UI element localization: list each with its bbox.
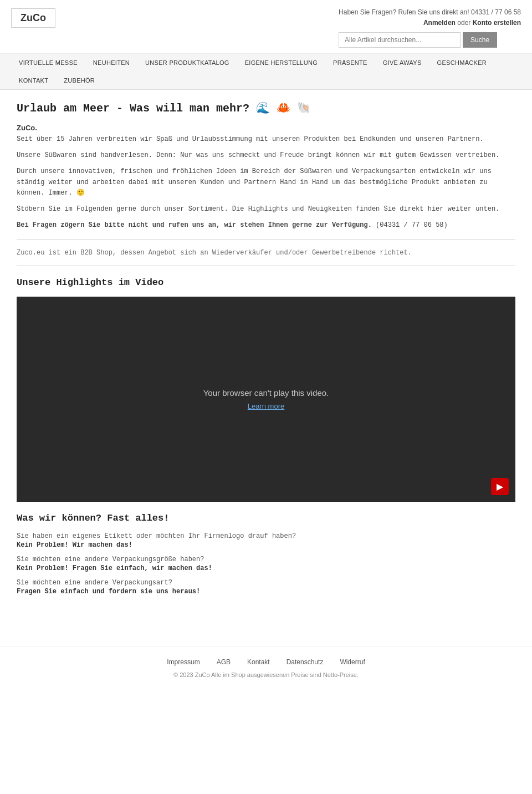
youtube-play-button[interactable]: ▶	[491, 478, 509, 495]
logo: ZuCo	[11, 8, 55, 28]
divider-1	[17, 240, 515, 240]
capabilities-section: Was wir können? Fast alles! Sie haben ei…	[17, 513, 515, 596]
phone-inline: (04331 / 77 06 58)	[376, 221, 448, 229]
footer-link-agb[interactable]: AGB	[217, 658, 231, 666]
video-section-title: Unsere Highlights im Video	[17, 277, 515, 288]
description-3: Durch unsere innovativen, frischen und f…	[17, 166, 515, 198]
footer-links: Impressum AGB Kontakt Datenschutz Widerr…	[11, 658, 521, 666]
description-4: Stöbern Sie im Folgenden gerne durch uns…	[17, 204, 515, 215]
capability-question-2: Sie möchten eine andere Verpackungsgröße…	[17, 556, 515, 563]
footer-link-kontakt[interactable]: Kontakt	[247, 658, 270, 666]
b2b-note: Zuco.eu ist ein B2B Shop, dessen Angebot…	[17, 249, 515, 257]
auth-links: Anmelden oder Konto erstellen	[339, 19, 521, 27]
phone-text: Haben Sie Fragen? Rufen Sie uns direkt a…	[339, 8, 521, 16]
search-button[interactable]: Suche	[463, 32, 497, 48]
bold-contact-text: Bei Fragen zögern Sie bitte nicht und ru…	[17, 221, 372, 229]
play-icon: ▶	[497, 481, 503, 492]
capability-item-3: Sie möchten eine andere Verpackungsart? …	[17, 579, 515, 596]
video-learn-more-link[interactable]: Learn more	[248, 402, 284, 410]
search-row: Suche	[339, 32, 521, 48]
nav-item-geschmaecker[interactable]: GESCHMÄCKER	[429, 54, 494, 72]
nav-item-virtuelle-messe[interactable]: VIRTUELLE MESSE	[11, 54, 85, 72]
navigation: VIRTUELLE MESSE NEUHEITEN UNSER PRODUKTK…	[0, 54, 532, 90]
header: ZuCo Haben Sie Fragen? Rufen Sie uns dir…	[0, 0, 532, 54]
search-input[interactable]	[339, 32, 461, 48]
login-link[interactable]: Anmelden	[423, 19, 456, 27]
page-title: Urlaub am Meer - Was will man mehr? 🌊 🦀 …	[17, 101, 515, 115]
footer-copyright: © 2023 ZuCo Alle im Shop ausgewiesenen P…	[11, 671, 521, 678]
capabilities-title: Was wir können? Fast alles!	[17, 513, 515, 523]
video-container: Your browser can't play this video. Lear…	[17, 297, 515, 502]
footer-link-datenschutz[interactable]: Datenschutz	[287, 658, 324, 666]
video-message: Your browser can't play this video.	[203, 388, 329, 398]
capability-answer-1: Kein Problem! Wir machen das!	[17, 541, 515, 549]
description-contact: Bei Fragen zögern Sie bitte nicht und ru…	[17, 220, 515, 231]
header-right: Haben Sie Fragen? Rufen Sie uns direkt a…	[339, 8, 521, 48]
description-1: Seit über 15 Jahren verbreiten wir Spaß …	[17, 134, 515, 145]
nav-item-produktkatalog[interactable]: UNSER PRODUKTKATALOG	[137, 54, 237, 72]
capability-item-2: Sie möchten eine andere Verpackungsgröße…	[17, 556, 515, 572]
divider-2	[17, 266, 515, 266]
or-label: oder	[457, 19, 472, 27]
nav-item-eigene-herstellung[interactable]: EIGENE HERSTELLUNG	[237, 54, 325, 72]
nav-item-neuheiten[interactable]: NEUHEITEN	[85, 54, 137, 72]
nav-item-give-aways[interactable]: GIVE AWAYS	[375, 54, 429, 72]
main-content: Urlaub am Meer - Was will man mehr? 🌊 🦀 …	[0, 90, 532, 613]
capability-item-1: Sie haben ein eigenes Etikett oder möcht…	[17, 532, 515, 549]
footer-link-impressum[interactable]: Impressum	[167, 658, 200, 666]
nav-item-praesente[interactable]: PRÄSENTE	[325, 54, 375, 72]
capability-answer-3: Fragen Sie einfach und fordern sie uns h…	[17, 588, 515, 596]
capability-question-3: Sie möchten eine andere Verpackungsart?	[17, 579, 515, 587]
footer-link-widerruf[interactable]: Widerruf	[340, 658, 365, 666]
footer: Impressum AGB Kontakt Datenschutz Widerr…	[0, 647, 532, 689]
register-link[interactable]: Konto erstellen	[473, 19, 521, 27]
nav-item-kontakt[interactable]: KONTAKT	[11, 72, 56, 89]
description-2: Unsere Süßwaren sind handverlesen. Denn:…	[17, 150, 515, 161]
company-name: ZuCo.	[17, 124, 515, 132]
capability-question-1: Sie haben ein eigenes Etikett oder möcht…	[17, 532, 515, 540]
capability-answer-2: Kein Problem! Fragen Sie einfach, wir ma…	[17, 564, 515, 572]
nav-item-zubehoer[interactable]: ZUBEHÖR	[56, 72, 103, 89]
